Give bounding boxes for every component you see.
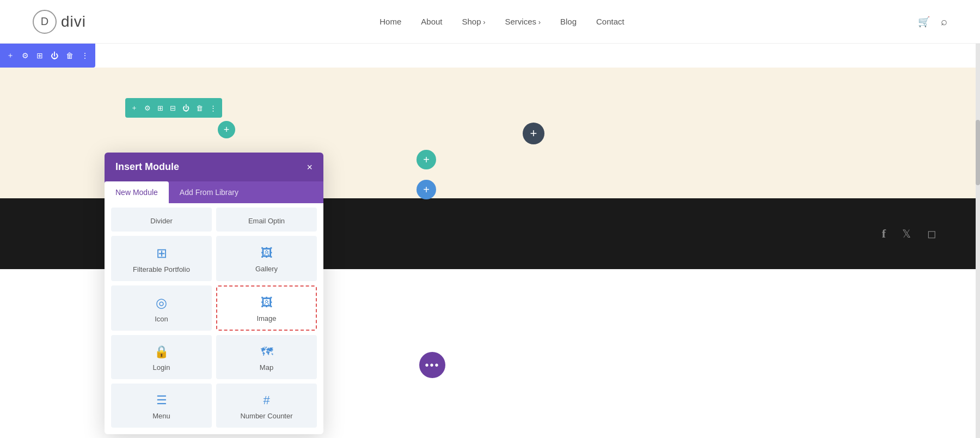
- row-columns-icon[interactable]: ⊟: [170, 104, 176, 112]
- module-item-menu[interactable]: ☰ Menu: [111, 384, 212, 428]
- module-item-divider[interactable]: Divider: [111, 208, 212, 232]
- module-item-email-optin-label: Email Optin: [248, 217, 285, 225]
- instagram-icon[interactable]: ◻: [927, 227, 936, 240]
- section-delete-icon[interactable]: 🗑: [66, 51, 74, 60]
- module-item-number-counter[interactable]: # Number Counter: [216, 384, 317, 428]
- modal-close-button[interactable]: ×: [307, 162, 313, 172]
- modal-title: Insert Module: [115, 161, 179, 173]
- row-add-icon[interactable]: ＋: [131, 103, 138, 113]
- tab-new-module[interactable]: New Module: [105, 181, 169, 203]
- scrollbar-thumb[interactable]: [976, 120, 980, 185]
- nav-links: Home About Shop Services Blog Contact: [379, 17, 624, 27]
- section-add-icon[interactable]: ＋: [7, 51, 14, 60]
- section-power-icon[interactable]: ⏻: [51, 51, 58, 60]
- nav-item-services[interactable]: Services: [505, 17, 541, 27]
- nav-icons: 🛒 ⌕: [918, 15, 947, 28]
- add-module-button-top[interactable]: +: [218, 121, 235, 138]
- add-row-button-2[interactable]: +: [416, 180, 436, 199]
- number-counter-icon: #: [263, 393, 270, 407]
- nav-item-about[interactable]: About: [421, 17, 442, 27]
- module-item-divider-label: Divider: [150, 217, 172, 225]
- module-item-map[interactable]: 🗺 Map: [216, 335, 317, 379]
- row-delete-icon[interactable]: 🗑: [196, 104, 203, 112]
- section-toolbar: ＋ ⚙ ⊞ ⏻ 🗑 ⋮: [0, 44, 95, 68]
- module-item-gallery[interactable]: 🖼 Gallery: [216, 236, 317, 281]
- gallery-label: Gallery: [255, 265, 278, 273]
- login-icon: 🔒: [154, 345, 169, 359]
- tab-add-from-library[interactable]: Add From Library: [169, 181, 249, 203]
- section-settings-icon[interactable]: ⚙: [22, 51, 29, 60]
- insert-module-modal: Insert Module × New Module Add From Libr…: [105, 153, 323, 434]
- image-module-icon: 🖼: [261, 296, 273, 310]
- nav-item-home[interactable]: Home: [379, 17, 401, 27]
- facebook-icon[interactable]: f: [882, 227, 886, 241]
- icon-module-label: Icon: [155, 315, 168, 323]
- module-grid: ⊞ Filterable Portfolio 🖼 Gallery ◎ Icon …: [111, 236, 317, 428]
- image-module-label: Image: [256, 314, 276, 323]
- nav-item-contact[interactable]: Contact: [596, 17, 624, 27]
- nav-item-blog[interactable]: Blog: [560, 17, 577, 27]
- row-settings-icon[interactable]: ⚙: [144, 104, 151, 112]
- nav-item-shop[interactable]: Shop: [462, 17, 486, 27]
- number-counter-label: Number Counter: [240, 412, 292, 420]
- row-more-icon[interactable]: ⋮: [210, 104, 217, 112]
- logo-circle: D: [33, 10, 57, 34]
- scrollbar[interactable]: [976, 44, 980, 438]
- gallery-icon: 🖼: [261, 246, 273, 260]
- logo-text: divi: [61, 13, 86, 31]
- add-section-button-right[interactable]: +: [523, 123, 544, 144]
- filterable-portfolio-label: Filterable Portfolio: [133, 265, 190, 273]
- twitter-icon[interactable]: 𝕏: [902, 227, 911, 240]
- section-layout-icon[interactable]: ⊞: [36, 51, 43, 60]
- modal-header: Insert Module ×: [105, 153, 323, 181]
- module-grid-partial: Divider Email Optin: [111, 208, 317, 232]
- top-navigation: D divi Home About Shop Services Blog Con…: [0, 0, 980, 44]
- page-content: ＋ ⚙ ⊞ ⏻ 🗑 ⋮ ＋ ⚙ ⊞ ⊟ ⏻ 🗑 ⋮ + + f 𝕏 ◻ + + …: [0, 44, 980, 438]
- row-power-icon[interactable]: ⏻: [182, 104, 189, 112]
- cart-icon[interactable]: 🛒: [918, 16, 930, 28]
- modal-tabs: New Module Add From Library: [105, 181, 323, 203]
- add-row-button-1[interactable]: +: [416, 150, 436, 169]
- modal-body: Divider Email Optin ⊞ Filterable Portfol…: [105, 203, 323, 434]
- filterable-portfolio-icon: ⊞: [156, 246, 167, 261]
- module-item-icon[interactable]: ◎ Icon: [111, 285, 212, 331]
- options-button[interactable]: •••: [419, 352, 445, 378]
- icon-module-icon: ◎: [156, 295, 167, 311]
- search-icon[interactable]: ⌕: [941, 15, 947, 28]
- map-label: Map: [260, 363, 273, 372]
- module-item-filterable-portfolio[interactable]: ⊞ Filterable Portfolio: [111, 236, 212, 281]
- login-label: Login: [153, 363, 170, 372]
- module-item-email-optin[interactable]: Email Optin: [216, 208, 317, 232]
- row-toolbar: ＋ ⚙ ⊞ ⊟ ⏻ 🗑 ⋮: [125, 98, 222, 118]
- module-item-login[interactable]: 🔒 Login: [111, 335, 212, 379]
- site-logo[interactable]: D divi: [33, 10, 86, 34]
- module-item-image[interactable]: 🖼 Image: [216, 285, 317, 331]
- menu-label: Menu: [152, 412, 170, 420]
- row-layout-icon[interactable]: ⊞: [157, 104, 163, 112]
- map-icon: 🗺: [261, 345, 273, 359]
- section-more-icon[interactable]: ⋮: [81, 51, 89, 60]
- menu-icon: ☰: [156, 393, 167, 407]
